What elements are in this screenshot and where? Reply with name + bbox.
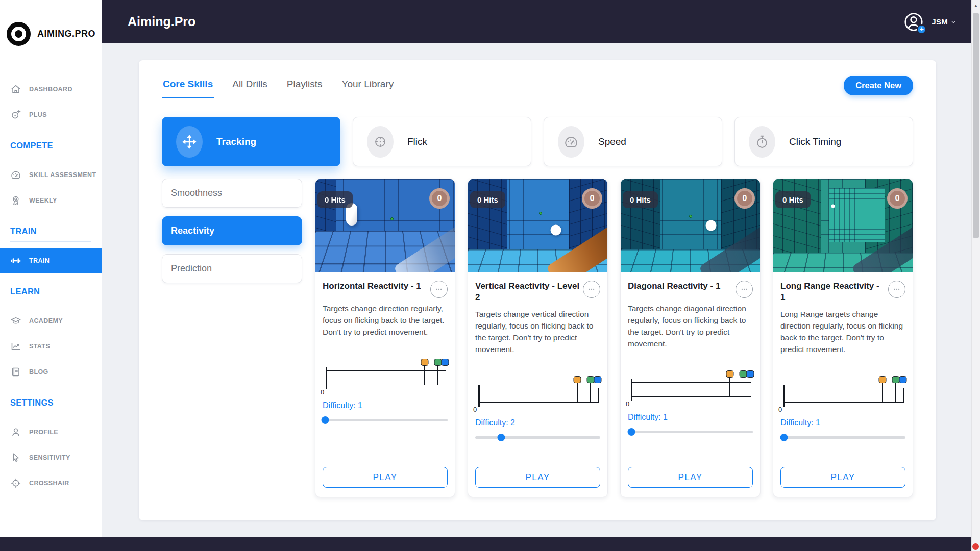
sidebar-item-academy[interactable]: ACADEMY	[0, 308, 102, 334]
score-axis: 0	[326, 359, 446, 385]
score-badge: 0	[734, 188, 755, 209]
move-icon	[176, 126, 203, 158]
slider-thumb[interactable]	[498, 434, 505, 441]
ellipsis-icon	[433, 284, 445, 295]
subcategory-smoothness[interactable]: Smoothness	[162, 179, 302, 208]
axis-origin-label: 0	[626, 400, 629, 408]
sidebar-item-train[interactable]: TRAIN	[0, 248, 102, 273]
hits-badge: 0 Hits	[775, 191, 811, 208]
blog-icon	[10, 366, 21, 378]
hits-badge: 0 Hits	[623, 191, 658, 208]
ellipsis-icon	[739, 284, 750, 295]
score-markers	[631, 370, 751, 378]
score-marker	[726, 370, 733, 378]
category-cards-row: Tracking Flick Speed Click Timing	[162, 117, 913, 166]
create-new-button[interactable]: Create New	[844, 76, 913, 95]
score-axis-bar: 0	[631, 382, 751, 397]
axis-tick	[590, 383, 591, 402]
sidebar: AIMING.PRO DASHBOARD PLUS COMPETE SKILL …	[0, 0, 102, 551]
sidebar-item-plus[interactable]: PLUS	[0, 102, 102, 128]
difficulty-slider[interactable]	[475, 434, 600, 441]
play-button[interactable]: PLAY	[323, 467, 448, 488]
score-axis: 0	[631, 370, 751, 397]
ellipsis-icon	[891, 284, 902, 295]
category-card-speed[interactable]: Speed	[544, 117, 722, 166]
brand-logo[interactable]: AIMING.PRO	[0, 0, 102, 68]
avatar[interactable]: +	[903, 11, 924, 33]
drill-title: Horizontal Reactivity - 1	[323, 281, 427, 292]
score-axis-bar: 0	[784, 388, 904, 403]
score-marker	[586, 376, 594, 383]
drill-options-button[interactable]	[736, 281, 753, 298]
scroll-up-arrow[interactable]: ▲	[972, 3, 980, 8]
profile-icon	[10, 427, 21, 438]
slider-thumb[interactable]	[780, 434, 788, 441]
difficulty-slider[interactable]	[780, 434, 905, 441]
category-card-tracking[interactable]: Tracking	[162, 117, 340, 166]
slider-thumb[interactable]	[628, 428, 635, 436]
tab-core-skills[interactable]: Core Skills	[162, 76, 214, 98]
subcategory-reactivity[interactable]: Reactivity	[162, 216, 302, 245]
tab-your-library[interactable]: Your Library	[341, 76, 395, 98]
sidebar-item-stats[interactable]: STATS	[0, 334, 102, 359]
flick-icon	[367, 126, 394, 158]
category-card-click-timing[interactable]: Click Timing	[734, 117, 913, 166]
drill-card: 0 Hits 0 Vertical Reactivity - Level 2 T…	[468, 179, 608, 497]
sensitivity-icon	[10, 452, 21, 463]
score-axis: 0	[479, 376, 599, 403]
drill-options-button[interactable]	[430, 281, 448, 298]
score-marker	[421, 359, 428, 366]
tab-playlists[interactable]: Playlists	[286, 76, 324, 98]
sidebar-item-label: PROFILE	[29, 429, 58, 436]
score-badge: 0	[887, 188, 908, 209]
slider-track	[323, 419, 448, 421]
slider-track	[628, 431, 753, 433]
drill-card: 0 Hits 0 Long Range Reactivity - 1 Long …	[773, 179, 913, 497]
subcategory-list: SmoothnessReactivityPrediction	[162, 179, 302, 497]
user-initials: JSM	[932, 17, 948, 26]
sidebar-item-profile[interactable]: PROFILE	[0, 419, 102, 445]
score-axis: 0	[784, 376, 904, 403]
drill-preview-image: 0 Hits 0	[621, 179, 760, 272]
sidebar-item-sensitivity[interactable]: SENSITIVITY	[0, 445, 102, 470]
score-marker	[899, 376, 906, 383]
footer-bar	[0, 537, 971, 551]
sidebar-item-skill-assessment[interactable]: SKILL ASSESSMENT	[0, 162, 102, 188]
sidebar-section-header: SETTINGS	[10, 398, 91, 413]
page-scrollbar[interactable]: ▲ ▼	[971, 0, 980, 551]
axis-tick	[743, 377, 744, 396]
sidebar-item-blog[interactable]: BLOG	[0, 359, 102, 385]
subcategory-prediction[interactable]: Prediction	[162, 254, 302, 283]
tab-all-drills[interactable]: All Drills	[231, 76, 268, 98]
user-menu[interactable]: JSM	[932, 17, 957, 26]
drill-options-button[interactable]	[888, 281, 905, 298]
category-label: Click Timing	[789, 136, 841, 147]
gauge-icon	[558, 126, 584, 158]
scene-far-wall	[829, 188, 885, 242]
academy-icon	[10, 315, 21, 327]
sidebar-item-label: ACADEMY	[29, 317, 63, 324]
recording-indicator-dot	[972, 543, 979, 550]
score-axis-bar: 0	[479, 388, 599, 403]
score-badge: 0	[429, 188, 450, 209]
plus-target-icon	[10, 109, 21, 120]
score-marker	[878, 376, 886, 383]
difficulty-slider[interactable]	[628, 428, 753, 436]
drill-target	[550, 225, 561, 236]
avatar-add-badge[interactable]: +	[917, 24, 926, 34]
difficulty-label: Difficulty: 2	[475, 418, 600, 428]
sidebar-item-label: SKILL ASSESSMENT	[29, 171, 96, 179]
sidebar-item-dashboard[interactable]: DASHBOARD	[0, 77, 102, 102]
sidebar-item-crosshair[interactable]: CROSSHAIR	[0, 470, 102, 496]
drill-options-button[interactable]	[583, 281, 600, 298]
play-button[interactable]: PLAY	[475, 467, 600, 488]
top-navbar: Aiming.Pro + JSM	[102, 0, 971, 43]
play-button[interactable]: PLAY	[628, 467, 753, 488]
crosshair-icon	[10, 478, 21, 489]
scrollbar-thumb[interactable]	[973, 13, 979, 238]
sidebar-item-weekly[interactable]: WEEKLY	[0, 188, 102, 213]
slider-thumb[interactable]	[321, 416, 329, 424]
play-button[interactable]: PLAY	[780, 467, 905, 488]
category-card-flick[interactable]: Flick	[353, 117, 531, 166]
difficulty-slider[interactable]	[323, 416, 448, 424]
